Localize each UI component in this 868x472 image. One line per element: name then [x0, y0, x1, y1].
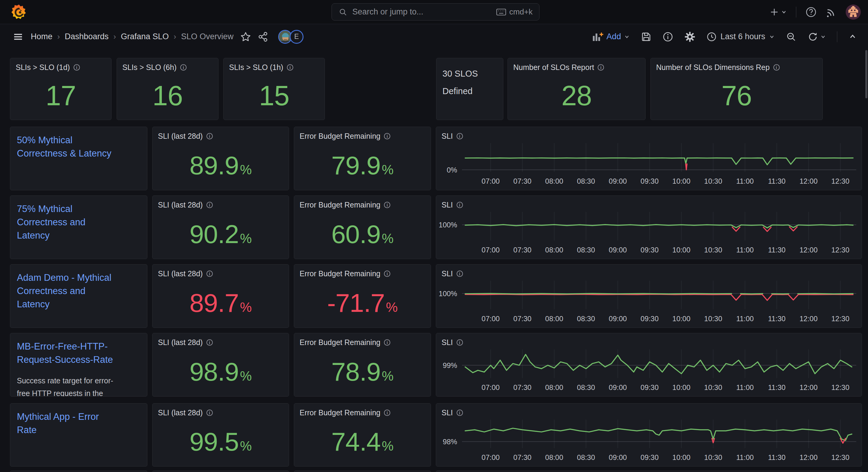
- add-panel-button[interactable]: Add: [592, 32, 630, 42]
- sli-value: 89.7: [190, 290, 239, 316]
- svg-text:11:00: 11:00: [736, 315, 754, 323]
- info-icon[interactable]: i: [207, 339, 213, 346]
- info-icon[interactable]: i: [287, 64, 293, 70]
- global-search-input[interactable]: Search or jump to... cmd+k: [332, 3, 539, 21]
- info-icon[interactable]: i: [773, 64, 780, 70]
- stat-value: 16: [153, 82, 183, 110]
- percent-sign: %: [382, 232, 394, 245]
- slo-description: Success rate target for error-free HTTP …: [17, 374, 121, 396]
- chevron-down-icon: [769, 34, 775, 40]
- chevron-down-icon: [820, 34, 826, 40]
- presence-avatars: E: [278, 30, 304, 44]
- info-icon[interactable]: i: [207, 270, 213, 277]
- panel-title: Error Budget Remaining: [300, 408, 380, 417]
- sli-chart-panel: SLIi 07:0007:3008:0008:3009:0009:3010:00…: [436, 264, 862, 328]
- zoom-out-button[interactable]: [786, 31, 797, 42]
- sli-time-series-chart[interactable]: 07:0007:3008:0008:3009:0009:3010:0010:30…: [436, 265, 862, 328]
- sli-time-series-chart[interactable]: 07:0007:3008:0008:3009:0009:3010:0010:30…: [436, 196, 862, 259]
- breadcrumb-separator: ›: [174, 32, 176, 41]
- share-button[interactable]: [258, 31, 269, 42]
- panel-title: SLI (last 28d): [158, 269, 203, 278]
- svg-text:08:30: 08:30: [577, 315, 595, 323]
- clock-icon: [707, 32, 717, 42]
- svg-text:10:30: 10:30: [704, 315, 722, 323]
- info-icon[interactable]: i: [207, 410, 213, 416]
- help-button[interactable]: [805, 6, 817, 18]
- svg-text:08:00: 08:00: [545, 315, 563, 323]
- info-icon[interactable]: i: [73, 64, 80, 70]
- scrollbar-thumb[interactable]: [865, 50, 867, 98]
- svg-text:10:00: 10:00: [673, 383, 690, 391]
- svg-text:07:30: 07:30: [513, 246, 531, 254]
- info-icon[interactable]: i: [384, 133, 390, 139]
- sli-stat-panel: SLI (last 28d)i 89.9%: [152, 127, 289, 190]
- toolbar-divider: [837, 31, 837, 42]
- sli-value: 98.9: [190, 359, 239, 385]
- breadcrumb-separator: ›: [57, 32, 60, 41]
- svg-text:11:30: 11:30: [768, 453, 785, 462]
- info-icon[interactable]: i: [598, 64, 604, 70]
- slo-link[interactable]: 50% Mythical Correctness & Latency: [17, 134, 118, 160]
- sli-stat-panel: SLI (last 28d)i 99.5%: [152, 403, 289, 467]
- save-dashboard-button[interactable]: [641, 31, 652, 42]
- sli-time-series-chart[interactable]: 07:0007:3008:0008:3009:0009:3010:0010:30…: [436, 127, 862, 190]
- news-button[interactable]: [826, 7, 837, 18]
- favorite-button[interactable]: [240, 31, 251, 42]
- collapse-toolbar-button[interactable]: [848, 32, 857, 41]
- percent-sign: %: [382, 370, 394, 383]
- stat-value: 28: [561, 82, 592, 110]
- dashboard-settings-button[interactable]: [684, 31, 695, 42]
- svg-text:10:30: 10:30: [704, 453, 722, 462]
- sli-stat-panel: SLI (last 28d)i 89.7%: [152, 264, 289, 328]
- time-range-picker[interactable]: Last 6 hours: [707, 32, 775, 42]
- mega-menu-button[interactable]: [12, 31, 24, 43]
- info-icon[interactable]: i: [384, 339, 390, 346]
- info-icon[interactable]: i: [207, 202, 213, 208]
- hamburger-icon: [12, 31, 24, 43]
- new-button[interactable]: [770, 7, 787, 17]
- sli-chart-panel: SLIi 07:0007:3008:0008:3009:0009:3010:00…: [436, 403, 862, 467]
- presence-avatar-initial[interactable]: E: [290, 30, 304, 44]
- svg-text:11:00: 11:00: [736, 453, 754, 462]
- sli-time-series-chart[interactable]: 07:0007:3008:0008:3009:0009:3010:0010:30…: [436, 333, 862, 396]
- sli-chart-panel: SLIi 07:0007:3008:0008:3009:0009:3010:00…: [436, 127, 862, 190]
- svg-text:07:00: 07:00: [482, 246, 500, 254]
- breadcrumb-folder[interactable]: Grafana SLO: [121, 32, 169, 41]
- stat-panel-slos-dimensions: Number of SLOs Dimensions Repi 76: [650, 58, 823, 120]
- info-icon[interactable]: i: [207, 133, 213, 139]
- text-panel-slos-defined: 30 SLOS Defined: [436, 58, 503, 120]
- grafana-logo[interactable]: [11, 4, 27, 21]
- stat-value: 15: [259, 82, 289, 110]
- info-icon[interactable]: i: [384, 410, 390, 416]
- user-avatar[interactable]: [846, 4, 861, 20]
- slo-link[interactable]: MB-Error-Free-HTTP-Request-Success-Rate: [17, 340, 118, 366]
- sli-chart-panel: SLIi 07:0007:3008:0008:3009:0009:3010:00…: [436, 196, 862, 259]
- stat-panel-slis-slo-6h: SLIs > SLO (6h)i 16: [117, 58, 218, 120]
- refresh-button[interactable]: [807, 31, 826, 42]
- gear-icon: [684, 31, 695, 42]
- svg-text:07:30: 07:30: [513, 177, 531, 185]
- info-icon[interactable]: i: [180, 64, 187, 70]
- error-budget-value: 60.9: [331, 221, 380, 247]
- search-placeholder: Search or jump to...: [352, 7, 491, 17]
- slo-link[interactable]: Adam Demo - Mythical Correctness and Lat…: [17, 271, 118, 311]
- error-budget-value: 79.9: [331, 152, 380, 178]
- sli-time-series-chart[interactable]: 07:0007:3008:0008:3009:0009:3010:0010:30…: [436, 404, 862, 466]
- dashboard-insights-button[interactable]: [662, 31, 673, 42]
- stat-panel-slis-slo-1h: SLIs > SLO (1h)i 15: [223, 58, 325, 120]
- svg-text:12:30: 12:30: [831, 177, 849, 185]
- slo-link[interactable]: 75% Mythical Correctness and Latency: [17, 202, 118, 242]
- slo-link[interactable]: Mythical App - Error Rate: [17, 410, 118, 437]
- error-budget-panel: Error Budget Remainingi 60.9%: [294, 196, 431, 259]
- error-budget-panel: Error Budget Remainingi 79.9%: [294, 127, 431, 190]
- error-budget-value: -71.7: [327, 290, 384, 316]
- search-shortcut: cmd+k: [496, 7, 532, 17]
- svg-text:12:30: 12:30: [831, 315, 849, 323]
- breadcrumb-home[interactable]: Home: [31, 32, 53, 41]
- svg-text:12:30: 12:30: [831, 453, 849, 462]
- svg-text:10:30: 10:30: [704, 177, 722, 185]
- info-icon[interactable]: i: [384, 202, 390, 208]
- svg-text:10:30: 10:30: [704, 383, 722, 391]
- breadcrumb-dashboards[interactable]: Dashboards: [65, 32, 109, 41]
- info-icon[interactable]: i: [384, 270, 390, 277]
